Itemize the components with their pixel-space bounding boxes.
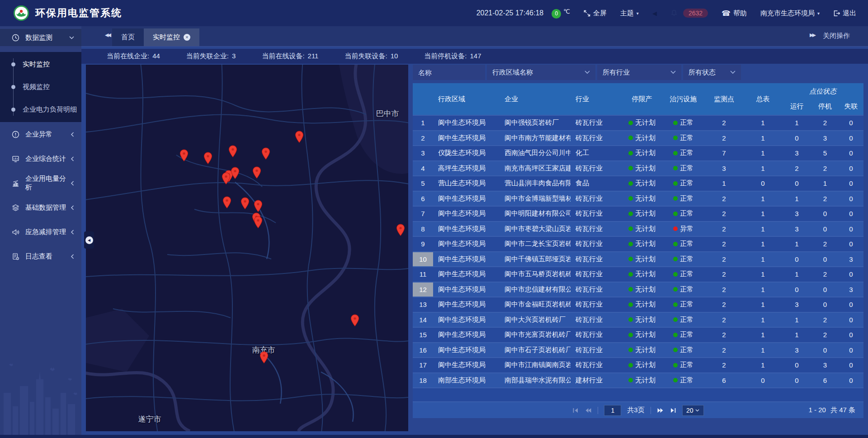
cell-industry: 砖瓦行业 xyxy=(571,116,622,130)
map-canvas[interactable]: 巴中市 南充市 遂宁市 xyxy=(86,65,408,431)
cell-industry: 砖瓦行业 xyxy=(571,192,622,206)
map-pin-icon[interactable] xyxy=(261,147,270,160)
facility-status-dot xyxy=(673,212,678,216)
notification-area[interactable]: 2632 xyxy=(670,9,708,18)
sidebar-item-enterprise-statistics[interactable]: 企业综合统计 xyxy=(0,146,81,171)
sidebar-item-emergency-reduction[interactable]: 应急减排管理 xyxy=(0,220,81,244)
map-pin-icon[interactable] xyxy=(231,167,240,179)
cell-facility: 正常 xyxy=(662,192,704,206)
sidebar-item-power-load-detail[interactable]: 企业电力负荷明细 xyxy=(0,98,81,121)
page-size-select[interactable]: 20 xyxy=(682,405,704,416)
cell-lost: 0 xyxy=(839,161,863,176)
cell-company: 阆中市忠信建材有限公 xyxy=(500,283,571,297)
cell-facility: 正常 xyxy=(662,297,704,312)
cell-lost: 0 xyxy=(839,131,863,146)
prev-page-button[interactable] xyxy=(585,408,592,413)
sidebar-item-realtime-monitor[interactable]: 实时监控 xyxy=(0,53,81,75)
map-collapse-toggle[interactable]: ◀ xyxy=(84,231,94,249)
close-tab-icon[interactable]: × xyxy=(184,34,190,41)
row-index: 18 xyxy=(413,373,433,388)
cell-facility: 正常 xyxy=(662,313,704,327)
sidebar-item-log-view[interactable]: 日志查看 xyxy=(0,244,81,268)
sidebar-item-video-monitor[interactable]: 视频监控 xyxy=(0,75,81,98)
status-filter-select[interactable]: 所有状态 xyxy=(683,65,741,80)
table-row[interactable]: 10 阆中生态环境局 阆中千佛镇五郎垭页岩 砖瓦行业 无计划 正常 2 1 0 xyxy=(413,252,863,268)
limit-status-dot xyxy=(628,212,633,216)
table-row[interactable]: 4 高坪生态环境局 南充市高坪区王家店建 砖瓦行业 无计划 正常 3 1 2 xyxy=(413,161,863,177)
cell-company: 阆中市五马桥页岩机砖 xyxy=(500,267,571,282)
tabs-scroll-right-icon[interactable]: ▶▶ xyxy=(810,32,815,38)
map-pin-icon[interactable] xyxy=(259,351,269,364)
cell-meter: 1 xyxy=(744,252,782,267)
table-row[interactable]: 16 阆中生态环境局 阆中市石子页岩机砖厂 砖瓦行业 无计划 正常 2 1 3 xyxy=(413,343,863,358)
stat-value: 44 xyxy=(152,52,160,61)
help-button[interactable]: ☎ 帮助 xyxy=(722,9,747,18)
cell-facility: 正常 xyxy=(662,161,704,176)
map-pin-icon[interactable] xyxy=(254,200,263,212)
map-pin-icon[interactable] xyxy=(228,145,237,158)
name-filter-input[interactable] xyxy=(418,69,480,76)
marquee-mute-button[interactable]: ◀ xyxy=(652,10,657,17)
cell-points: 2 xyxy=(704,267,744,282)
table-row[interactable]: 14 阆中生态环境局 阆中大兴页岩机砖厂 砖瓦行业 无计划 正常 2 1 1 xyxy=(413,313,863,328)
table-row[interactable]: 9 阆中生态环境局 阆中市二龙长宝页岩砖 砖瓦行业 无计划 正常 2 1 1 xyxy=(413,237,863,252)
tab-realtime-monitor[interactable]: 实时监控 × xyxy=(144,28,199,46)
table-row[interactable]: 12 阆中生态环境局 阆中市忠信建材有限公 砖瓦行业 无计划 正常 2 1 0 xyxy=(413,283,863,298)
tabs-scroll-left-icon[interactable]: ◀◀ xyxy=(105,32,110,38)
cell-region: 阆中生态环境局 xyxy=(433,343,500,358)
user-org-menu[interactable]: 南充市生态环境局 ▾ xyxy=(760,9,820,18)
map-pin-icon[interactable] xyxy=(254,216,263,229)
map-pin-icon[interactable] xyxy=(179,149,189,162)
table-row[interactable]: 5 营山生态环境局 营山县润丰肉食品有限 食品 无计划 正常 1 0 0 xyxy=(413,176,863,192)
cell-facility: 正常 xyxy=(662,252,704,267)
table-row[interactable]: 6 阆中生态环境局 阆中市金博瑞新型墙材 砖瓦行业 无计划 正常 2 1 1 xyxy=(413,192,863,207)
industry-filter-select[interactable]: 所有行业 xyxy=(597,65,681,80)
table-row[interactable]: 17 阆中生态环境局 阆中市江南镇阆南页岩 砖瓦行业 无计划 正常 2 1 0 xyxy=(413,358,863,373)
pagination-bar: 共3页 20 1 - 20 xyxy=(413,401,863,418)
table-row[interactable]: 1 阆中生态环境局 阆中强锐页岩砖厂 砖瓦行业 无计划 正常 2 1 1 xyxy=(413,116,863,131)
tab-home[interactable]: 首页 xyxy=(112,28,144,46)
map-pin-icon[interactable] xyxy=(252,166,261,179)
table-row[interactable]: 3 仪陇生态环境局 西南油气田分公司川中 化工 无计划 正常 7 1 3 xyxy=(413,146,863,161)
table-row[interactable]: 8 阆中生态环境局 阆中市枣碧大梁山页岩 砖瓦行业 无计划 异常 2 1 3 xyxy=(413,222,863,237)
last-page-button[interactable] xyxy=(670,408,676,413)
page-number-input[interactable] xyxy=(604,405,621,416)
stat-item: 当前在线企业: 44 xyxy=(107,52,160,61)
layers-icon xyxy=(12,204,19,212)
close-operations-menu[interactable]: 关闭操作 xyxy=(823,32,850,40)
table-row[interactable]: 15 阆中生态环境局 阆中市光富页岩机砖厂 砖瓦行业 无计划 正常 2 1 1 xyxy=(413,328,863,343)
table-row[interactable]: 2 阆中生态环境局 阆中市南方节能建材有 砖瓦行业 无计划 正常 2 1 0 xyxy=(413,131,863,146)
theme-menu[interactable]: 主题 ▾ xyxy=(620,9,639,18)
map-pin-icon[interactable] xyxy=(222,172,231,185)
datetime-display: 2021-02-25 17:46:18 xyxy=(476,9,544,17)
cell-stop: 2 xyxy=(811,267,839,282)
cell-run: 0 xyxy=(782,131,811,146)
sidebar-item-base-data-management[interactable]: 基础数据管理 xyxy=(0,195,81,220)
table-row[interactable]: 7 阆中生态环境局 阆中明阳建材有限公司 砖瓦行业 无计划 正常 2 1 3 xyxy=(413,207,863,222)
fullscreen-button[interactable]: 全屏 xyxy=(584,9,607,18)
row-index: 6 xyxy=(413,192,433,206)
sidebar-item-data-monitoring[interactable]: 数据监测 xyxy=(0,29,81,46)
cell-facility: 正常 xyxy=(662,283,704,297)
cell-facility: 正常 xyxy=(662,237,704,251)
map-pin-icon[interactable] xyxy=(203,152,212,165)
map-pin-icon[interactable] xyxy=(396,224,405,236)
cell-points: 1 xyxy=(704,176,744,191)
region-filter-select[interactable]: 行政区域名称 xyxy=(487,65,595,80)
sidebar-item-enterprise-anomaly[interactable]: 企业异常 xyxy=(0,122,81,146)
map-pin-icon[interactable] xyxy=(350,314,359,327)
limit-status-dot xyxy=(628,196,633,201)
first-page-button[interactable] xyxy=(572,408,579,413)
map-pin-icon[interactable] xyxy=(295,131,304,143)
map-pin-icon[interactable] xyxy=(222,196,231,209)
sidebar-item-power-usage-analysis[interactable]: 企业用电量分析 xyxy=(0,171,81,195)
map-pin-icon[interactable] xyxy=(241,197,250,210)
table-row[interactable]: 13 阆中生态环境局 阆中市金福旺页岩机砖 砖瓦行业 无计划 正常 2 1 3 xyxy=(413,297,863,313)
logout-button[interactable]: 退出 xyxy=(833,9,856,18)
pager-divider xyxy=(651,407,651,414)
cell-limit: 无计划 xyxy=(622,328,662,342)
table-row[interactable]: 18 南部生态环境局 南部县瑞华水泥有限公 建材行业 无计划 正常 6 0 0 xyxy=(413,373,863,389)
next-page-button[interactable] xyxy=(657,408,664,413)
table-row[interactable]: 11 阆中生态环境局 阆中市五马桥页岩机砖 砖瓦行业 无计划 正常 2 1 1 xyxy=(413,267,863,283)
row-index: 3 xyxy=(413,146,433,160)
